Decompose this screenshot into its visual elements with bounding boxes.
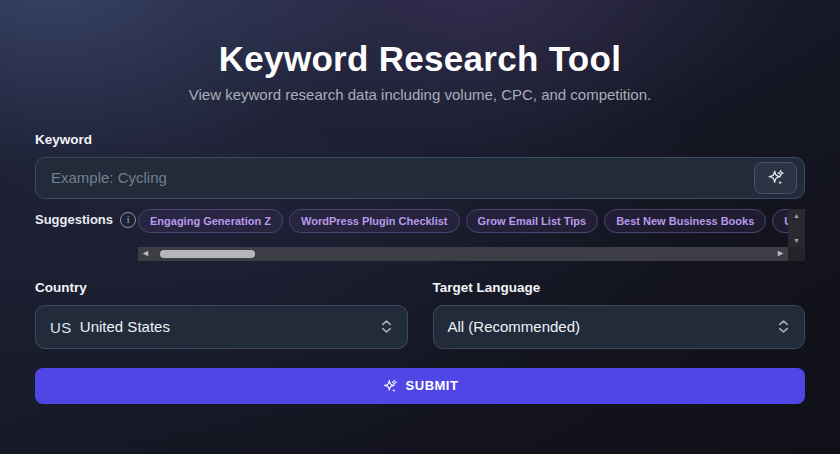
page-subtitle: View keyword research data including vol… <box>35 86 805 103</box>
us-flag-text: US <box>50 319 72 336</box>
scroll-right-icon[interactable]: ► <box>773 249 788 258</box>
scroll-left-icon[interactable]: ◄ <box>138 249 153 258</box>
language-selected-value: All (Recommended) <box>448 318 581 335</box>
suggestion-chip[interactable]: Engaging Generation Z <box>138 209 283 233</box>
target-language-field: Target Language All (Recommended) <box>433 280 806 349</box>
chevron-updown-icon <box>380 318 393 335</box>
target-language-label: Target Language <box>433 280 806 295</box>
suggestion-chip[interactable]: Grow Email List Tips <box>466 209 599 233</box>
scroll-up-icon[interactable]: ▲ <box>793 212 800 219</box>
suggestion-chip[interactable]: Best New Business Books <box>604 209 766 233</box>
suggestions-viewport: Engaging Generation Z WordPress Plugin C… <box>138 209 805 247</box>
vertical-scrollbar[interactable]: ▲ ▼ <box>788 209 805 247</box>
target-language-select[interactable]: All (Recommended) <box>433 305 806 349</box>
suggestions-row: Suggestions i Engaging Generation Z Word… <box>35 209 805 261</box>
scrollbar-corner <box>788 247 805 261</box>
country-select[interactable]: US United States <box>35 305 408 349</box>
scrollbar-thumb[interactable] <box>160 250 255 258</box>
page-title: Keyword Research Tool <box>35 40 805 79</box>
keyword-input[interactable] <box>35 157 805 199</box>
suggestions-label-wrap: Suggestions i <box>35 209 138 228</box>
country-field: Country US United States <box>35 280 408 349</box>
submit-label: SUBMIT <box>406 378 459 393</box>
chevron-updown-icon <box>777 318 790 335</box>
keyword-research-page: Keyword Research Tool View keyword resea… <box>0 0 840 454</box>
country-label: Country <box>35 280 408 295</box>
suggestion-chip-list: Engaging Generation Z WordPress Plugin C… <box>138 209 788 234</box>
submit-button[interactable]: SUBMIT <box>35 368 805 404</box>
suggestion-chip[interactable]: WordPress Plugin Checklist <box>289 209 460 233</box>
suggestions-label: Suggestions <box>35 212 113 227</box>
keyword-label: Keyword <box>35 132 805 147</box>
scrollbar-track[interactable] <box>153 247 773 261</box>
generate-keyword-button[interactable] <box>754 162 797 194</box>
sparkles-icon <box>766 168 785 187</box>
horizontal-scrollbar-row: ◄ ► <box>138 247 805 261</box>
sparkles-icon <box>382 378 398 394</box>
suggestions-scroll-area: Engaging Generation Z WordPress Plugin C… <box>138 209 805 261</box>
country-language-row: Country US United States Target Language… <box>35 280 805 349</box>
country-selected-value: United States <box>80 318 170 335</box>
suggestion-chip[interactable]: Upcom <box>772 209 788 233</box>
keyword-input-wrap <box>35 157 805 199</box>
info-icon[interactable]: i <box>120 212 136 228</box>
keyword-section: Keyword Suggestions i E <box>35 132 805 261</box>
horizontal-scrollbar[interactable]: ◄ ► <box>138 247 788 261</box>
scroll-down-icon[interactable]: ▼ <box>793 237 800 244</box>
info-icon-glyph: i <box>127 215 130 225</box>
